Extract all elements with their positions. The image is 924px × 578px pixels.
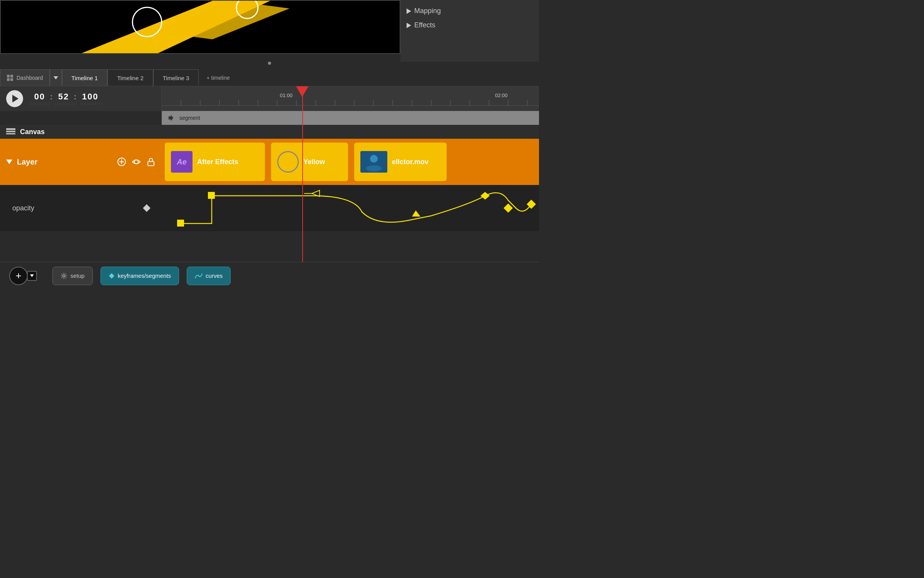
expand-icon (407, 8, 411, 14)
tabs-bar: Dashboard Timeline 1 Timeline 2 Timeline… (0, 69, 539, 86)
mov-block-label: ellctor.mov (392, 158, 429, 166)
layer-label: Layer (17, 158, 37, 166)
layer-expand-icon[interactable] (6, 160, 12, 164)
svg-marker-45 (412, 210, 420, 217)
effects-label: Effects (414, 21, 435, 29)
svg-rect-7 (7, 78, 10, 81)
yellow-block-label: Yellow (303, 158, 325, 166)
timecode-display: 00 : 52 : 100 ::::::::::: ::::::::::: ::… (29, 92, 104, 106)
transport-bar: 00 : 52 : 100 ::::::::::: ::::::::::: ::… (0, 86, 162, 111)
tab-dashboard[interactable]: Dashboard (0, 69, 50, 86)
effects-item[interactable]: Effects (407, 18, 533, 32)
curves-button[interactable]: curves (187, 267, 231, 285)
dropdown-arrow-small-icon (30, 274, 34, 277)
svg-rect-31 (6, 131, 15, 132)
keyframes-button[interactable]: keyframes/segments (100, 267, 179, 285)
tab-add-label: + timeline (206, 75, 229, 81)
mov-block[interactable]: ellctor.mov (354, 143, 447, 181)
yellow-block[interactable]: Yellow (271, 143, 348, 181)
opacity-label: opacity (12, 204, 34, 212)
layer-controls (117, 157, 156, 166)
opacity-left-panel: opacity (0, 185, 162, 231)
svg-point-40 (366, 165, 382, 171)
tab-timeline-2[interactable]: Timeline 2 (107, 69, 153, 86)
mov-thumbnail (360, 151, 387, 173)
tab-timeline-3[interactable]: Timeline 3 (153, 69, 199, 86)
canvas-label: Canvas (20, 128, 45, 136)
svg-rect-6 (10, 75, 13, 77)
ae-icon: Ae (171, 151, 192, 173)
add-layer-button[interactable]: + (9, 267, 28, 285)
layers-icon (6, 128, 15, 136)
keyframe-curve-svg (162, 185, 539, 231)
timecode-sub: ::::::::::: ::::::::::: ::::::::::: (29, 102, 104, 106)
lock-icon[interactable] (146, 157, 156, 166)
tab-timeline-3-label: Timeline 3 (163, 75, 189, 81)
gear-icon (60, 272, 67, 279)
opacity-curve-area (162, 185, 539, 231)
curves-label: curves (206, 272, 223, 279)
svg-marker-46 (480, 192, 490, 200)
tab-timeline-1[interactable]: Timeline 1 (62, 69, 108, 86)
svg-marker-47 (504, 203, 513, 213)
tab-timeline-2-label: Timeline 2 (117, 75, 144, 81)
svg-point-49 (63, 275, 65, 277)
layer-timeline: Ae After Effects Yellow ellctor.mov (162, 139, 539, 185)
divider-dot (268, 62, 271, 65)
segment-label: segment (179, 115, 200, 121)
dropdown-arrow-icon (54, 76, 58, 79)
svg-point-39 (370, 155, 378, 163)
svg-rect-32 (6, 128, 15, 130)
segment-icon (168, 114, 176, 122)
right-panel: Mapping Effects (400, 0, 539, 62)
canvas-row: Canvas (0, 125, 539, 139)
ae-block-label: After Effects (197, 158, 238, 166)
dashboard-label: Dashboard (17, 75, 43, 81)
segment-row: segment (162, 111, 539, 125)
svg-marker-48 (527, 200, 536, 209)
layer-left-panel: Layer (0, 139, 162, 185)
curves-icon (195, 273, 203, 279)
playhead-marker[interactable] (296, 86, 308, 97)
yellow-circle-icon (277, 151, 299, 173)
layer-row: Layer Ae A (0, 139, 539, 185)
add-plus-icon: + (15, 270, 21, 282)
svg-rect-8 (10, 78, 13, 81)
svg-rect-5 (7, 75, 10, 77)
setup-button[interactable]: setup (52, 267, 93, 285)
opacity-row: opacity (0, 185, 539, 231)
svg-rect-30 (6, 133, 15, 134)
tab-dropdown-btn[interactable] (50, 69, 62, 86)
dashboard-icon (7, 74, 13, 81)
bottom-toolbar: + setup keyframes/segments curves (0, 262, 539, 289)
svg-marker-9 (54, 76, 58, 79)
timecode-value: 00 : 52 : 100 (34, 92, 99, 102)
play-button[interactable] (6, 90, 23, 107)
mapping-item[interactable]: Mapping (407, 4, 533, 18)
svg-marker-50 (109, 273, 114, 279)
add-layer-dropdown[interactable] (27, 271, 37, 281)
setup-label: setup (70, 272, 85, 279)
play-icon (12, 95, 18, 102)
timeline-area: 00 : 52 : 100 ::::::::::: ::::::::::: ::… (0, 86, 539, 262)
preview-canvas (0, 0, 400, 54)
tab-timeline-1-label: Timeline 1 (72, 75, 98, 81)
keyframes-label: keyframes/segments (118, 272, 171, 279)
expand-icon-2 (407, 23, 411, 28)
add-layer-group: + (9, 267, 37, 285)
ae-block[interactable]: Ae After Effects (165, 143, 265, 181)
visibility-icon[interactable] (132, 157, 141, 166)
svg-rect-37 (148, 161, 154, 166)
mapping-label: Mapping (414, 7, 441, 15)
tab-add-timeline[interactable]: + timeline (199, 69, 237, 86)
timeline-ruler[interactable]: 01:00 02:00 // done in JS below (162, 86, 539, 111)
add-layer-icon[interactable] (117, 157, 126, 166)
svg-rect-42 (208, 192, 215, 199)
keyframe-icon (109, 273, 115, 279)
keyframe-diamond-icon[interactable] (143, 204, 151, 212)
svg-rect-41 (177, 220, 184, 227)
